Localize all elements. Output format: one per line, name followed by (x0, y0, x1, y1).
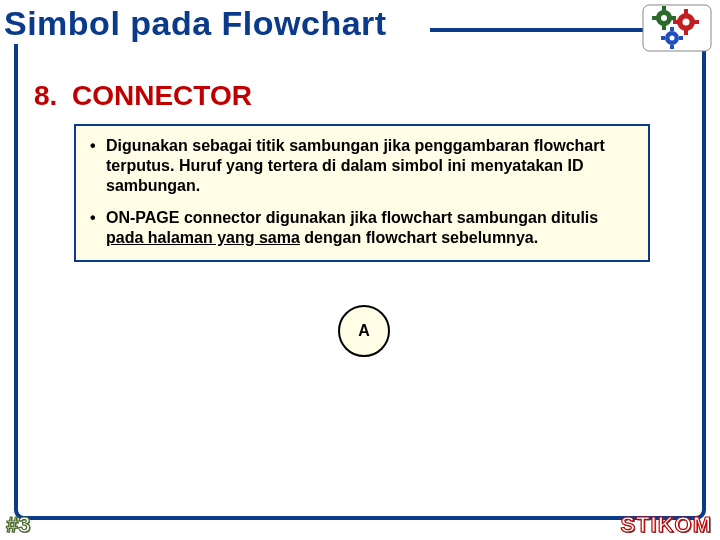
svg-rect-0 (643, 5, 711, 51)
svg-rect-9 (684, 9, 688, 14)
bullet-item: • Digunakan sebagai titik sambungan jika… (90, 136, 634, 196)
section-title: CONNECTOR (72, 80, 252, 112)
bullet-item: • ON-PAGE connector digunakan jika flowc… (90, 208, 634, 248)
bullet-text: Digunakan sebagai titik sambungan jika p… (106, 136, 634, 196)
svg-rect-3 (662, 6, 666, 11)
svg-rect-11 (673, 20, 678, 24)
svg-rect-10 (684, 30, 688, 35)
svg-rect-6 (671, 16, 676, 20)
gears-logo-icon (642, 4, 712, 52)
svg-rect-17 (661, 36, 665, 40)
svg-rect-16 (670, 45, 674, 49)
svg-rect-12 (694, 20, 699, 24)
section-number: 8. (34, 80, 57, 112)
svg-point-14 (670, 36, 675, 41)
connector-label: A (358, 322, 370, 340)
svg-rect-4 (662, 25, 666, 30)
svg-rect-18 (679, 36, 683, 40)
bullet-dot-icon: • (90, 136, 106, 196)
brand-label: STIKOM (620, 512, 712, 538)
svg-rect-5 (652, 16, 657, 20)
page-title: Simbol pada Flowchart (0, 4, 387, 43)
info-box: • Digunakan sebagai titik sambungan jika… (74, 124, 650, 262)
slide-number: #3 (6, 512, 30, 538)
svg-point-2 (661, 15, 667, 21)
svg-point-8 (683, 19, 690, 26)
connector-symbol: A (338, 305, 390, 357)
bullet-dot-icon: • (90, 208, 106, 248)
bullet-text: ON-PAGE connector digunakan jika flowcha… (106, 208, 634, 248)
svg-rect-15 (670, 27, 674, 31)
